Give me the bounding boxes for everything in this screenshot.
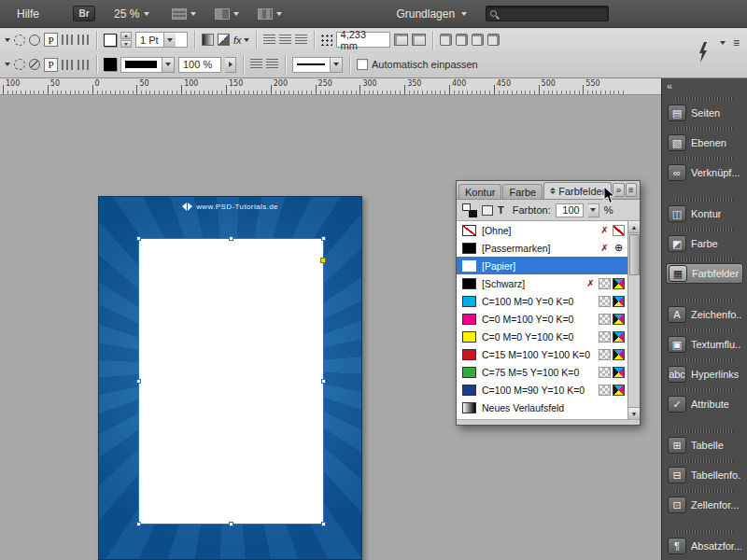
flip-vertical-icon[interactable] [487, 34, 500, 46]
ellipse-dashed-icon[interactable] [14, 59, 25, 70]
vertical-align-top-icon[interactable] [250, 59, 262, 70]
type-on-path-alt-icon[interactable]: P [44, 58, 58, 72]
dock-button[interactable]: ⊡ Zellenfor... [666, 495, 743, 515]
rotate-90-ccw-icon[interactable] [456, 34, 468, 46]
flip-horizontal-icon[interactable] [472, 34, 484, 46]
dock-button[interactable]: ∞ Verknüpf... [666, 162, 743, 183]
search-field[interactable] [486, 6, 609, 21]
panel-grip[interactable] [675, 156, 734, 161]
swatch-row[interactable]: [Ohne] ✗ ⊕ [457, 221, 627, 239]
swatch-row[interactable]: C=0 M=100 Y=0 K=0 ✗ ⊕ [457, 310, 627, 328]
panel-grip[interactable] [675, 227, 734, 231]
panel-grip[interactable] [675, 529, 734, 534]
dock-button[interactable]: ⊟ Tabellenfo... [666, 465, 743, 485]
align-icon[interactable] [78, 35, 90, 45]
fit-content-icon[interactable] [394, 34, 408, 46]
panel-grip[interactable] [675, 298, 734, 302]
dock-button[interactable]: ▤ Seiten [666, 103, 743, 123]
panel-grip[interactable] [675, 387, 734, 392]
fill-stroke-proxy-icon[interactable] [462, 203, 477, 217]
drop-shadow-icon[interactable] [218, 34, 230, 46]
stroke-weight-stepper[interactable] [120, 32, 132, 48]
align-icon[interactable] [78, 60, 90, 70]
swatch-scrollbar[interactable]: ▲ ▼ [627, 221, 640, 419]
swatch-row[interactable]: C=0 M=0 Y=100 K=0 ✗ ⊕ [457, 328, 627, 345]
swatch-row[interactable]: C=15 M=100 Y=100 K=0 ✗ ⊕ [457, 345, 627, 363]
corner-edit-handle[interactable] [320, 258, 326, 263]
distribute-icon[interactable] [62, 60, 74, 70]
scroll-up-icon[interactable]: ▲ [628, 221, 641, 233]
selection-handle[interactable] [229, 236, 233, 241]
dock-button[interactable]: ¶ Absatzfor... [666, 536, 743, 556]
type-on-path-icon[interactable]: P [44, 33, 58, 47]
pasteboard[interactable]: www.PSD-Tutorials.de [0, 95, 661, 560]
dock-button[interactable]: abc Hyperlinks [666, 364, 743, 385]
dock-button[interactable]: ▣ Textumflu... [666, 334, 743, 355]
rotate-90-cw-icon[interactable] [440, 34, 452, 46]
swatch-row[interactable]: [Schwarz] ✗ ⊕ [457, 274, 627, 292]
menu-hilfe[interactable]: Hilfe [11, 5, 45, 23]
opacity-flyout-button[interactable] [225, 57, 236, 73]
ellipse-slash-icon[interactable] [29, 59, 40, 70]
line-type-select[interactable] [292, 57, 343, 73]
selection-handle[interactable] [321, 236, 326, 241]
panel-grip[interactable] [675, 488, 734, 493]
scroll-thumb[interactable] [629, 234, 640, 275]
panel-grip[interactable] [675, 458, 734, 463]
control-panel-menu-icon[interactable]: ≡ [733, 36, 740, 49]
dock-button[interactable]: ◩ Farbe [666, 233, 743, 254]
selection-handle[interactable] [321, 522, 326, 526]
opacity-field[interactable]: 100 % [178, 57, 221, 73]
scroll-down-icon[interactable]: ▼ [628, 407, 641, 419]
align-left-icon[interactable] [263, 35, 275, 46]
swatch-row[interactable]: C=75 M=5 Y=100 K=0 ✗ ⊕ [457, 363, 627, 381]
screen-mode-control[interactable] [215, 8, 239, 20]
selection-handle[interactable] [136, 379, 141, 384]
selection-handle[interactable] [136, 522, 141, 526]
dock-button[interactable]: ⊞ Tabelle [666, 435, 743, 455]
selection-handle[interactable] [321, 379, 326, 384]
corner-size-field[interactable]: 4,233 mm [336, 32, 390, 48]
gradient-icon[interactable] [202, 34, 214, 46]
vertical-align-center-icon[interactable] [266, 59, 278, 70]
panel-tab[interactable]: Kontur [458, 184, 501, 199]
swatch-row[interactable]: C=100 M=90 Y=10 K=0 ✗ ⊕ [457, 381, 627, 399]
swatch-row[interactable]: Neues Verlaufsfeld ✗ ⊕ [457, 399, 627, 416]
selected-text-frame[interactable] [139, 239, 323, 524]
ellipse-dashed-icon[interactable] [14, 35, 25, 46]
corner-options-icon[interactable] [321, 35, 332, 46]
swatch-row[interactable]: C=100 M=0 Y=0 K=0 ✗ ⊕ [457, 292, 627, 310]
panel-grip[interactable] [675, 197, 734, 202]
align-right-icon[interactable] [295, 35, 307, 46]
zoom-level-control[interactable]: 25 % [110, 6, 153, 22]
stroke-color-proxy[interactable] [104, 58, 117, 71]
dock-button[interactable]: A Zeichenfo... [666, 304, 743, 325]
fit-frame-icon[interactable] [412, 34, 426, 46]
stroke-style-select[interactable] [120, 57, 175, 73]
stroke-weight-select[interactable]: 1 Pt [135, 32, 188, 48]
arrange-documents-control[interactable] [258, 8, 282, 20]
panel-tab[interactable]: Farbe [502, 184, 543, 199]
selection-handle[interactable] [229, 522, 233, 526]
panel-grip[interactable] [675, 428, 734, 433]
ellipse-icon[interactable] [29, 35, 40, 46]
quick-apply-icon[interactable] [698, 42, 708, 66]
formatting-affects-text-icon[interactable]: T [498, 204, 504, 216]
panel-tab[interactable]: Farbfelder [543, 182, 612, 199]
align-center-icon[interactable] [279, 35, 291, 46]
panel-grip[interactable] [675, 357, 734, 362]
reference-point-arrow-icon[interactable] [5, 63, 10, 66]
view-options-control[interactable] [172, 8, 196, 20]
swatch-row[interactable]: [Papier] ✗ ⊕ [457, 257, 627, 274]
tint-field[interactable]: 100 [556, 203, 584, 217]
dock-button[interactable]: ◫ Kontur [666, 203, 743, 224]
panel-grip[interactable] [675, 328, 734, 332]
tint-dropdown-button[interactable] [588, 203, 599, 217]
effects-menu[interactable]: fx [233, 35, 249, 46]
fill-color-proxy[interactable] [104, 34, 117, 47]
panel-grip[interactable] [675, 96, 734, 101]
swatch-row[interactable]: [Passermarken] ✗ ⊕ [457, 239, 627, 257]
horizontal-ruler[interactable]: 100 50 0 50 100 150 200 [0, 78, 661, 95]
autofit-checkbox[interactable] [357, 59, 368, 70]
panel-menu-button[interactable]: ≡ [626, 183, 637, 197]
